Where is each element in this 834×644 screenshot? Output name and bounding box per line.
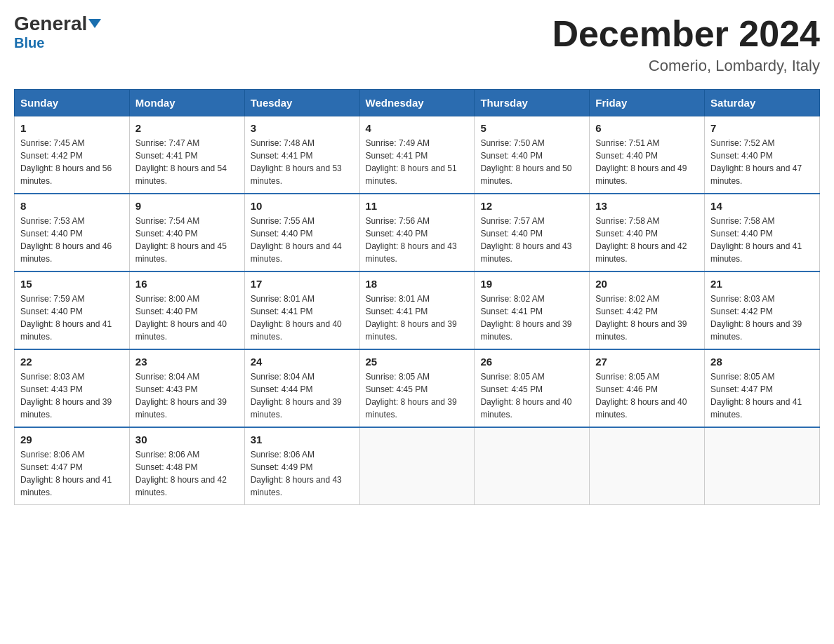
calendar-cell: 30Sunrise: 8:06 AMSunset: 4:48 PMDayligh…	[129, 427, 244, 505]
day-number: 7	[710, 122, 814, 134]
day-info: Sunrise: 8:06 AMSunset: 4:47 PMDaylight:…	[20, 448, 124, 499]
calendar-cell: 2Sunrise: 7:47 AMSunset: 4:41 PMDaylight…	[129, 116, 244, 194]
calendar-cell: 1Sunrise: 7:45 AMSunset: 4:42 PMDaylight…	[15, 116, 130, 194]
day-info: Sunrise: 7:49 AMSunset: 4:41 PMDaylight:…	[366, 137, 469, 187]
day-number: 13	[595, 200, 699, 212]
header-sunday: Sunday	[15, 90, 130, 116]
calendar-week-2: 8Sunrise: 7:53 AMSunset: 4:40 PMDaylight…	[15, 194, 820, 271]
day-number: 21	[710, 278, 814, 290]
calendar-cell: 13Sunrise: 7:58 AMSunset: 4:40 PMDayligh…	[590, 194, 705, 271]
logo: General Blue	[14, 14, 101, 51]
calendar-table: SundayMondayTuesdayWednesdayThursdayFrid…	[14, 89, 820, 505]
day-info: Sunrise: 8:05 AMSunset: 4:45 PMDaylight:…	[366, 370, 469, 421]
day-info: Sunrise: 8:03 AMSunset: 4:43 PMDaylight:…	[20, 370, 124, 421]
calendar-cell: 20Sunrise: 8:02 AMSunset: 4:42 PMDayligh…	[590, 271, 705, 349]
day-info: Sunrise: 7:58 AMSunset: 4:40 PMDaylight:…	[710, 215, 814, 265]
day-number: 28	[710, 356, 814, 368]
day-info: Sunrise: 8:04 AMSunset: 4:43 PMDaylight:…	[135, 370, 239, 421]
header-thursday: Thursday	[475, 90, 590, 116]
calendar-cell: 3Sunrise: 7:48 AMSunset: 4:41 PMDaylight…	[244, 116, 359, 194]
calendar-cell: 22Sunrise: 8:03 AMSunset: 4:43 PMDayligh…	[15, 349, 130, 427]
calendar-week-4: 22Sunrise: 8:03 AMSunset: 4:43 PMDayligh…	[15, 349, 820, 427]
day-info: Sunrise: 7:58 AMSunset: 4:40 PMDaylight:…	[595, 215, 699, 265]
day-info: Sunrise: 8:05 AMSunset: 4:47 PMDaylight:…	[710, 370, 814, 421]
day-info: Sunrise: 8:04 AMSunset: 4:44 PMDaylight:…	[251, 370, 354, 421]
calendar-cell: 23Sunrise: 8:04 AMSunset: 4:43 PMDayligh…	[129, 349, 244, 427]
day-number: 23	[135, 356, 239, 368]
day-number: 4	[366, 122, 469, 134]
calendar-cell	[590, 427, 705, 505]
day-info: Sunrise: 8:06 AMSunset: 4:49 PMDaylight:…	[251, 448, 354, 499]
day-info: Sunrise: 8:01 AMSunset: 4:41 PMDaylight:…	[251, 293, 354, 343]
day-info: Sunrise: 7:50 AMSunset: 4:40 PMDaylight:…	[480, 137, 583, 187]
calendar-cell: 10Sunrise: 7:55 AMSunset: 4:40 PMDayligh…	[244, 194, 359, 271]
calendar-cell: 18Sunrise: 8:01 AMSunset: 4:41 PMDayligh…	[359, 271, 475, 349]
calendar-cell: 31Sunrise: 8:06 AMSunset: 4:49 PMDayligh…	[244, 427, 359, 505]
day-number: 22	[20, 356, 124, 368]
calendar-cell: 21Sunrise: 8:03 AMSunset: 4:42 PMDayligh…	[705, 271, 820, 349]
day-info: Sunrise: 7:48 AMSunset: 4:41 PMDaylight:…	[251, 137, 354, 187]
location-title: Comerio, Lombardy, Italy	[552, 57, 820, 75]
calendar-cell: 24Sunrise: 8:04 AMSunset: 4:44 PMDayligh…	[244, 349, 359, 427]
calendar-cell: 8Sunrise: 7:53 AMSunset: 4:40 PMDaylight…	[15, 194, 130, 271]
day-number: 6	[595, 122, 699, 134]
calendar-cell: 11Sunrise: 7:56 AMSunset: 4:40 PMDayligh…	[359, 194, 475, 271]
day-info: Sunrise: 7:59 AMSunset: 4:40 PMDaylight:…	[20, 293, 124, 343]
calendar-cell	[359, 427, 475, 505]
calendar-header-row: SundayMondayTuesdayWednesdayThursdayFrid…	[15, 90, 820, 116]
day-number: 26	[480, 356, 583, 368]
day-number: 20	[595, 278, 699, 290]
page-header: General Blue December 2024 Comerio, Lomb…	[14, 14, 820, 75]
title-section: December 2024 Comerio, Lombardy, Italy	[552, 14, 820, 75]
header-friday: Friday	[590, 90, 705, 116]
calendar-cell	[705, 427, 820, 505]
calendar-cell: 27Sunrise: 8:05 AMSunset: 4:46 PMDayligh…	[590, 349, 705, 427]
logo-text: General	[14, 14, 101, 34]
day-number: 30	[135, 434, 239, 445]
day-number: 12	[480, 200, 583, 212]
day-info: Sunrise: 8:01 AMSunset: 4:41 PMDaylight:…	[366, 293, 469, 343]
calendar-cell: 12Sunrise: 7:57 AMSunset: 4:40 PMDayligh…	[475, 194, 590, 271]
day-info: Sunrise: 7:54 AMSunset: 4:40 PMDaylight:…	[135, 215, 239, 265]
header-tuesday: Tuesday	[244, 90, 359, 116]
header-saturday: Saturday	[705, 90, 820, 116]
calendar-cell	[475, 427, 590, 505]
header-monday: Monday	[129, 90, 244, 116]
day-info: Sunrise: 7:55 AMSunset: 4:40 PMDaylight:…	[251, 215, 354, 265]
day-number: 19	[480, 278, 583, 290]
calendar-week-5: 29Sunrise: 8:06 AMSunset: 4:47 PMDayligh…	[15, 427, 820, 505]
day-number: 24	[251, 356, 354, 368]
day-info: Sunrise: 8:03 AMSunset: 4:42 PMDaylight:…	[710, 293, 814, 343]
day-info: Sunrise: 8:02 AMSunset: 4:41 PMDaylight:…	[480, 293, 583, 343]
day-info: Sunrise: 8:05 AMSunset: 4:45 PMDaylight:…	[480, 370, 583, 421]
day-number: 15	[20, 278, 124, 290]
day-info: Sunrise: 8:00 AMSunset: 4:40 PMDaylight:…	[135, 293, 239, 343]
day-number: 31	[251, 434, 354, 445]
day-number: 16	[135, 278, 239, 290]
month-title: December 2024	[552, 14, 820, 54]
day-number: 1	[20, 122, 124, 134]
day-number: 25	[366, 356, 469, 368]
day-info: Sunrise: 7:52 AMSunset: 4:40 PMDaylight:…	[710, 137, 814, 187]
day-info: Sunrise: 7:57 AMSunset: 4:40 PMDaylight:…	[480, 215, 583, 265]
calendar-cell: 5Sunrise: 7:50 AMSunset: 4:40 PMDaylight…	[475, 116, 590, 194]
day-info: Sunrise: 7:47 AMSunset: 4:41 PMDaylight:…	[135, 137, 239, 187]
day-number: 11	[366, 200, 469, 212]
day-number: 9	[135, 200, 239, 212]
calendar-cell: 26Sunrise: 8:05 AMSunset: 4:45 PMDayligh…	[475, 349, 590, 427]
day-number: 18	[366, 278, 469, 290]
day-number: 14	[710, 200, 814, 212]
calendar-cell: 25Sunrise: 8:05 AMSunset: 4:45 PMDayligh…	[359, 349, 475, 427]
calendar-cell: 14Sunrise: 7:58 AMSunset: 4:40 PMDayligh…	[705, 194, 820, 271]
day-info: Sunrise: 8:05 AMSunset: 4:46 PMDaylight:…	[595, 370, 699, 421]
day-info: Sunrise: 7:51 AMSunset: 4:40 PMDaylight:…	[595, 137, 699, 187]
calendar-cell: 19Sunrise: 8:02 AMSunset: 4:41 PMDayligh…	[475, 271, 590, 349]
calendar-week-3: 15Sunrise: 7:59 AMSunset: 4:40 PMDayligh…	[15, 271, 820, 349]
calendar-cell: 4Sunrise: 7:49 AMSunset: 4:41 PMDaylight…	[359, 116, 475, 194]
day-number: 8	[20, 200, 124, 212]
day-info: Sunrise: 7:56 AMSunset: 4:40 PMDaylight:…	[366, 215, 469, 265]
day-info: Sunrise: 8:02 AMSunset: 4:42 PMDaylight:…	[595, 293, 699, 343]
calendar-cell: 6Sunrise: 7:51 AMSunset: 4:40 PMDaylight…	[590, 116, 705, 194]
day-number: 17	[251, 278, 354, 290]
calendar-cell: 29Sunrise: 8:06 AMSunset: 4:47 PMDayligh…	[15, 427, 130, 505]
